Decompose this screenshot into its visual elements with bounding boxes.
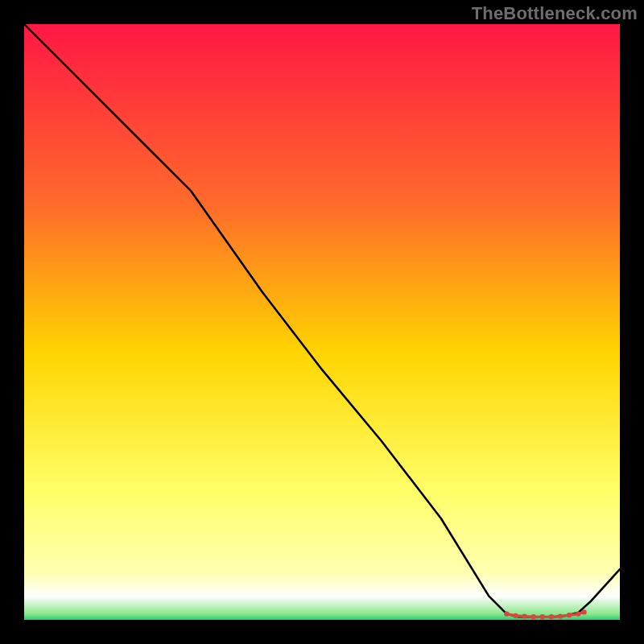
optimal-zone-dash <box>516 616 525 617</box>
optimal-zone-dash <box>578 612 584 613</box>
bottleneck-chart <box>24 24 620 620</box>
optimal-zone-dash <box>551 617 560 617</box>
chart-frame: TheBottleneck.com <box>0 0 644 644</box>
optimal-zone-dash <box>525 617 534 617</box>
optimal-zone-dash <box>506 614 515 616</box>
optimal-zone-dash <box>560 615 569 616</box>
optimal-zone-dash <box>569 614 578 615</box>
watermark-text: TheBottleneck.com <box>472 3 638 24</box>
